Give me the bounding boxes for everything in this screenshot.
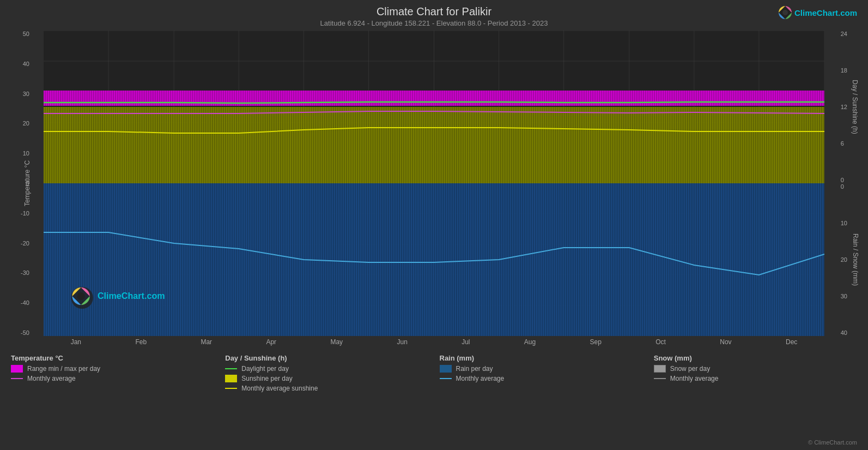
main-container: Climate Chart for Palikir Latitude 6.924… [0, 0, 868, 450]
legend-sunshine-swatch-label: Sunshine per day [241, 375, 292, 382]
x-month-nov: Nov [720, 338, 731, 346]
legend-snow-label: Snow per day [670, 365, 710, 373]
title-area: Climate Chart for Palikir Latitude 6.924… [0, 0, 868, 27]
legend-temperature-title: Temperature °C [11, 354, 214, 362]
logo-icon [778, 5, 792, 20]
x-month-aug: Aug [524, 338, 536, 346]
legend-sunshine-avg: Monthly average sunshine [225, 385, 428, 392]
legend-daylight-label: Daylight per day [241, 365, 289, 373]
x-month-oct: Oct [655, 338, 666, 346]
x-month-jun: Jun [397, 338, 407, 346]
legend-rain-swatch [440, 365, 452, 373]
x-month-apr: Apr [266, 338, 276, 346]
legend-snow-title: Snow (mm) [654, 354, 857, 362]
copyright: © ClimeChart.com [808, 439, 857, 446]
y-axis-right-ticks-bottom: 0 10 20 30 40 [841, 183, 847, 336]
legend-sunshine-title: Day / Sunshine (h) [225, 354, 428, 362]
legend-temp-avg-line [11, 378, 23, 379]
legend-rain-avg-label: Monthly average [456, 375, 505, 382]
chart-title: Climate Chart for Palikir [0, 5, 868, 18]
y-axis-left-ticks: 50 40 30 20 10 0 -10 -20 -30 -40 -50 [21, 31, 29, 336]
logo-topright: ClimeChart.com [778, 5, 857, 21]
svg-point-1 [782, 10, 788, 15]
legend-temp-avg: Monthly average [11, 375, 214, 382]
legend-snow-per-day: Snow per day [654, 365, 857, 373]
svg-text:ClimeChart.com: ClimeChart.com [98, 291, 165, 301]
svg-rect-35 [44, 107, 824, 183]
legend-temp-range: Range min / max per day [11, 365, 214, 373]
legend-sunshine-avg-line [225, 388, 237, 389]
legend-snow-avg: Monthly average [654, 375, 857, 382]
x-month-feb: Feb [135, 338, 147, 346]
legend-rain-avg-line [440, 378, 452, 379]
legend-rain-avg: Monthly average [440, 375, 643, 382]
legend-snow-avg-line [654, 378, 666, 379]
x-month-mar: Mar [201, 338, 212, 346]
legend-rain-title: Rain (mm) [440, 354, 643, 362]
y-axis-right-ticks-top: 24 18 12 6 0 [841, 31, 847, 183]
main-chart-svg: ClimeChart.com [44, 31, 824, 336]
legend-rain: Rain (mm) Rain per day Monthly average [440, 354, 643, 394]
legend-snow-avg-label: Monthly average [670, 375, 719, 382]
logo-text-top: ClimeChart.com [794, 8, 857, 17]
legend-temp-range-swatch [11, 365, 23, 373]
legend-rain-label: Rain per day [456, 365, 493, 373]
x-axis-labels: Jan Feb Mar Apr May Jun Jul Aug Sep Oct … [44, 338, 824, 346]
legend-sunshine-avg-label: Monthly average sunshine [241, 385, 318, 392]
x-month-sep: Sep [590, 338, 602, 346]
legend-snow-swatch [654, 365, 666, 373]
x-month-jan: Jan [71, 338, 81, 346]
x-month-dec: Dec [786, 338, 797, 346]
x-month-jul: Jul [462, 338, 470, 346]
legend-temp-range-label: Range min / max per day [27, 365, 100, 373]
legend-daylight: Daylight per day [225, 365, 428, 373]
legend-snow: Snow (mm) Snow per day Monthly average [654, 354, 857, 394]
y-axis-right-label-top: Day / Sunshine (h) [851, 80, 858, 134]
svg-point-41 [77, 292, 85, 300]
legend-area: Temperature °C Range min / max per day M… [0, 354, 868, 394]
y-axis-right-label-bottom: Rain / Snow (mm) [852, 233, 859, 286]
legend-rain-per-day: Rain per day [440, 365, 643, 373]
chart-subtitle: Latitude 6.924 - Longitude 158.221 - Ele… [0, 19, 868, 27]
legend-temperature: Temperature °C Range min / max per day M… [11, 354, 214, 394]
legend-sunshine-swatch [225, 375, 237, 382]
x-month-may: May [330, 338, 343, 346]
svg-rect-37 [44, 91, 824, 106]
legend-sunshine-per-day: Sunshine per day [225, 375, 428, 382]
legend-temp-avg-label: Monthly average [27, 375, 76, 382]
legend-daylight-line [225, 368, 237, 369]
legend-sunshine: Day / Sunshine (h) Daylight per day Suns… [225, 354, 428, 394]
chart-container: Temperature °C Day / Sunshine (h) Rain /… [44, 31, 824, 336]
svg-rect-36 [44, 183, 824, 336]
